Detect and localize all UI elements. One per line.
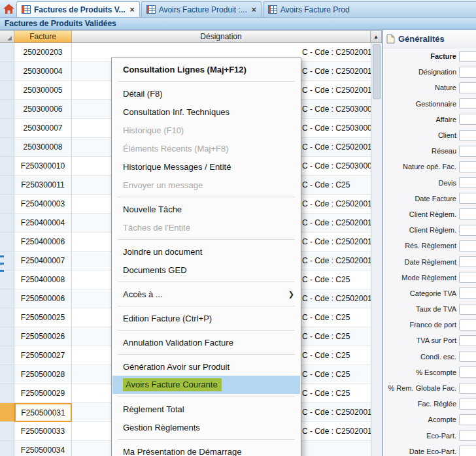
field-input[interactable] xyxy=(459,193,476,204)
facture-cell[interactable]: F250400007 xyxy=(14,252,72,270)
field-input[interactable] xyxy=(459,335,476,346)
field-input[interactable] xyxy=(459,82,476,93)
field-input[interactable] xyxy=(459,256,476,267)
field-input[interactable] xyxy=(459,383,476,394)
context-menu-item[interactable]: Documents GED xyxy=(112,261,300,279)
facture-cell[interactable]: F250300011 xyxy=(14,176,72,195)
field-input[interactable] xyxy=(459,130,476,141)
facture-cell[interactable]: F250400008 xyxy=(14,270,72,289)
grid-corner-cell[interactable] xyxy=(0,30,14,43)
facture-cell[interactable]: 250200203 xyxy=(14,43,72,62)
row-header-cell[interactable] xyxy=(0,43,14,62)
scroll-up-button[interactable]: ▲ xyxy=(371,30,382,43)
facture-cell[interactable]: F250500029 xyxy=(14,384,72,403)
row-header-cell[interactable] xyxy=(0,195,14,214)
row-header-cell[interactable] xyxy=(0,308,14,327)
context-menu-item[interactable]: Accès à ...❯ xyxy=(112,285,300,303)
tab-1[interactable]: Factures de Produits V...× xyxy=(16,1,140,17)
field-input[interactable] xyxy=(459,51,476,62)
row-header-cell[interactable] xyxy=(0,327,14,346)
vertical-scrollbar[interactable] xyxy=(371,43,382,456)
home-button[interactable] xyxy=(3,1,14,16)
context-menu-item[interactable]: Gestion Règlements xyxy=(112,418,300,436)
row-header-cell[interactable] xyxy=(0,403,14,422)
facture-cell[interactable]: F250500033 xyxy=(14,422,72,441)
tab-close-icon[interactable]: × xyxy=(130,6,135,14)
field-input[interactable] xyxy=(459,67,476,78)
facture-cell[interactable]: F250400004 xyxy=(14,214,72,233)
row-header-cell[interactable] xyxy=(0,157,14,176)
column-header-designation[interactable]: Désignation xyxy=(72,30,371,43)
field-input[interactable] xyxy=(459,366,476,378)
facture-cell[interactable]: 250300005 xyxy=(14,81,72,100)
context-menu-item[interactable]: Edition Facture (Ctrl+P) xyxy=(112,309,300,327)
context-menu-item[interactable]: Règlement Total xyxy=(112,400,300,418)
field-input[interactable] xyxy=(459,225,476,236)
field-input[interactable] xyxy=(459,208,476,220)
context-menu-item[interactable]: Nouvelle Tâche xyxy=(112,200,300,218)
facture-cell[interactable]: F250500027 xyxy=(14,346,72,365)
facture-cell[interactable]: 250300006 xyxy=(14,100,72,119)
facture-cell[interactable]: F250300010 xyxy=(14,157,72,176)
facture-cell[interactable]: 250300004 xyxy=(14,62,72,81)
row-header-cell[interactable] xyxy=(0,384,14,403)
row-header-cell[interactable] xyxy=(0,81,14,100)
field-input[interactable] xyxy=(459,114,476,125)
facture-cell[interactable]: F250400006 xyxy=(14,233,72,252)
row-header-cell[interactable] xyxy=(0,62,14,81)
facture-cell[interactable]: 250300007 xyxy=(14,119,72,138)
row-header-cell[interactable] xyxy=(0,252,14,270)
row-header-cell[interactable] xyxy=(0,441,14,456)
context-menu-item[interactable]: Détail (F8) xyxy=(112,84,300,103)
field-input[interactable] xyxy=(459,446,476,456)
row-header-cell[interactable] xyxy=(0,289,14,308)
row-header-cell[interactable] xyxy=(0,100,14,119)
tab-close-icon[interactable]: × xyxy=(252,6,256,14)
field-input[interactable] xyxy=(459,272,476,283)
field-input[interactable] xyxy=(459,161,476,172)
tab-2[interactable]: Avoirs Facture Produit :...× xyxy=(141,1,262,17)
row-header-cell[interactable] xyxy=(0,176,14,195)
context-menu-item[interactable]: Consultation Lignes (Maj+F12) xyxy=(112,60,300,78)
column-header-facture[interactable]: Facture xyxy=(14,30,72,43)
context-menu-item[interactable]: Consultation Inf. Techniques xyxy=(112,103,300,121)
field-input[interactable] xyxy=(459,240,476,252)
row-header-cell[interactable] xyxy=(0,233,14,252)
field-input[interactable] xyxy=(459,319,476,331)
row-header-cell[interactable] xyxy=(0,270,14,289)
row-header-cell[interactable] xyxy=(0,119,14,138)
field-input[interactable] xyxy=(459,351,476,362)
row-header-cell[interactable] xyxy=(0,214,14,233)
facture-cell[interactable]: F250400003 xyxy=(14,195,72,214)
field-input[interactable] xyxy=(459,304,476,315)
context-menu-item[interactable]: Historique Messages / Entité xyxy=(112,157,300,176)
facture-cell[interactable]: F250500034 xyxy=(14,441,72,456)
field-input[interactable] xyxy=(459,146,476,157)
context-menu-item[interactable]: Ma Présentation de Démarrage xyxy=(112,442,300,456)
row-header-cell[interactable] xyxy=(0,346,14,365)
facture-cell[interactable]: F250500025 xyxy=(14,308,72,327)
panel-field-row: Client Règlem. xyxy=(383,222,476,238)
facture-cell[interactable]: F250500031 xyxy=(14,403,72,422)
row-header-cell[interactable] xyxy=(0,365,14,384)
facture-cell[interactable]: F250500028 xyxy=(14,365,72,384)
tab-3[interactable]: Avoirs Facture Prod xyxy=(263,1,476,17)
field-label: Client Règlem. xyxy=(383,210,456,218)
field-input[interactable] xyxy=(459,430,476,441)
facture-cell[interactable]: F250500006 xyxy=(14,289,72,308)
field-label: Condi. esc. xyxy=(383,353,456,361)
scrollbar-thumb[interactable] xyxy=(373,44,381,99)
context-menu-item[interactable]: Joindre un document xyxy=(112,242,300,261)
facture-cell[interactable]: 250300008 xyxy=(14,138,72,157)
field-input[interactable] xyxy=(459,399,476,410)
row-header-cell[interactable] xyxy=(0,422,14,441)
context-menu-item[interactable]: Annulation Validation Facture xyxy=(112,333,300,351)
field-input[interactable] xyxy=(459,98,476,109)
context-menu-item[interactable]: Génération Avoir sur Produit xyxy=(112,357,300,376)
context-menu-item-highlighted[interactable]: Avoirs Facture Courante xyxy=(112,376,300,394)
facture-cell[interactable]: F250500026 xyxy=(14,327,72,346)
field-input[interactable] xyxy=(459,414,476,425)
row-header-cell[interactable] xyxy=(0,138,14,157)
field-input[interactable] xyxy=(459,287,476,299)
field-input[interactable] xyxy=(459,177,476,188)
